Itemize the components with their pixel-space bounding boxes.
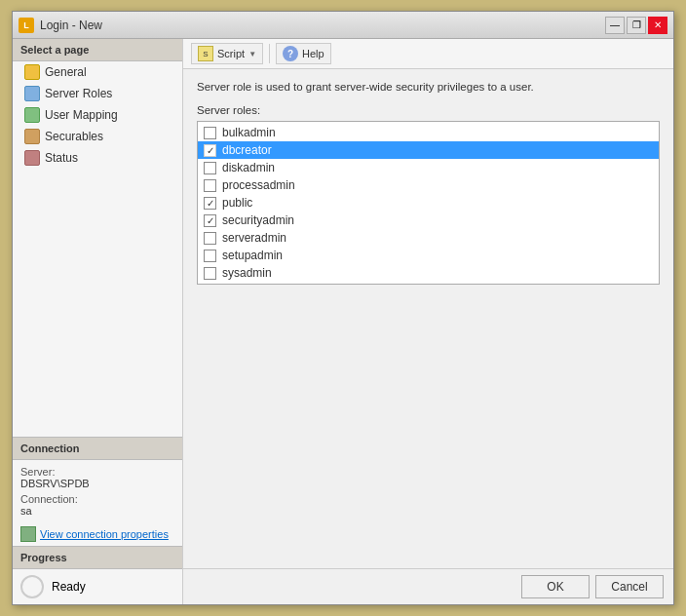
role-checkbox-serveradmin[interactable]	[204, 232, 216, 245]
help-label: Help	[302, 48, 324, 59]
connection-link-icon	[20, 526, 36, 542]
role-item-diskadmin[interactable]: diskadmin	[198, 159, 659, 176]
role-label-setupadmin: setupadmin	[222, 249, 283, 262]
restore-button[interactable]: ❐	[627, 17, 646, 34]
role-label-diskadmin: diskadmin	[222, 161, 275, 174]
progress-spinner	[20, 575, 44, 598]
role-item-sysadmin[interactable]: sysadmin	[198, 264, 659, 282]
user-mapping-icon	[24, 107, 40, 123]
sidebar-item-status[interactable]: Status	[13, 147, 182, 169]
role-label-serveradmin: serveradmin	[222, 231, 286, 245]
sidebar-item-label-general: General	[45, 65, 87, 79]
script-dropdown-arrow: ▼	[248, 50, 256, 58]
role-checkbox-public[interactable]: ✓	[204, 197, 216, 210]
connection-label: Connection:	[20, 493, 174, 505]
window-title: Login - New	[40, 19, 102, 32]
connection-info: Server: DBSRV\SPDB Connection: sa	[13, 460, 182, 522]
content-area: Select a page General Server Roles User …	[13, 39, 673, 604]
role-label-public: public	[222, 196, 252, 210]
role-label-bulkadmin: bulkadmin	[222, 126, 276, 139]
window-icon: L	[19, 18, 34, 33]
role-checkbox-setupadmin[interactable]	[204, 250, 216, 262]
connection-link-text: View connection properties	[40, 528, 169, 540]
sidebar: Select a page General Server Roles User …	[13, 39, 183, 604]
title-bar-left: L Login - New	[19, 18, 102, 33]
server-roles-label: Server roles:	[197, 104, 660, 116]
role-item-dbcreator[interactable]: ✓ dbcreator	[198, 141, 659, 159]
toolbar-separator	[269, 44, 270, 63]
script-icon: S	[198, 46, 213, 61]
role-item-serveradmin[interactable]: serveradmin	[198, 229, 659, 247]
sidebar-item-label-status: Status	[45, 151, 78, 165]
status-icon	[24, 150, 40, 166]
server-label: Server:	[20, 466, 174, 478]
sidebar-item-user-mapping[interactable]: User Mapping	[13, 104, 182, 126]
footer: OK Cancel	[183, 568, 673, 604]
role-label-processadmin: processadmin	[222, 178, 295, 192]
role-label-dbcreator: dbcreator	[222, 143, 272, 157]
general-icon	[24, 64, 40, 80]
help-icon: ?	[283, 46, 298, 61]
role-checkbox-diskadmin[interactable]	[204, 162, 216, 174]
sidebar-item-general[interactable]: General	[13, 61, 182, 83]
sidebar-item-label-user-mapping: User Mapping	[45, 108, 118, 122]
view-connection-properties-link[interactable]: View connection properties	[13, 522, 182, 546]
progress-status: Ready	[52, 580, 86, 594]
ok-button[interactable]: OK	[521, 575, 590, 598]
minimize-button[interactable]: —	[605, 17, 625, 34]
main-panel: S Script ▼ ? Help Server role is used to…	[183, 39, 673, 604]
role-item-bulkadmin[interactable]: bulkadmin	[198, 124, 659, 141]
main-body: Server role is used to grant server-wide…	[183, 69, 673, 568]
close-button[interactable]: ✕	[648, 17, 667, 34]
role-checkbox-securityadmin[interactable]: ✓	[204, 214, 216, 227]
connection-user-value: sa	[20, 505, 174, 517]
role-checkbox-processadmin[interactable]	[204, 179, 216, 192]
toolbar: S Script ▼ ? Help	[183, 39, 673, 69]
roles-list: bulkadmin ✓ dbcreator diskadmin	[197, 121, 660, 285]
server-value: DBSRV\SPDB	[20, 478, 174, 489]
section-description: Server role is used to grant server-wide…	[197, 81, 660, 93]
role-checkbox-bulkadmin[interactable]	[204, 127, 216, 139]
main-window: L Login - New — ❐ ✕ Select a page Genera…	[12, 11, 674, 605]
sidebar-item-server-roles[interactable]: Server Roles	[13, 83, 182, 104]
role-item-public[interactable]: ✓ public	[198, 194, 659, 212]
sidebar-item-securables[interactable]: Securables	[13, 126, 182, 147]
script-label: Script	[217, 48, 245, 59]
cancel-button[interactable]: Cancel	[595, 575, 664, 598]
script-button[interactable]: S Script ▼	[191, 43, 263, 64]
progress-header: Progress	[13, 546, 182, 569]
server-roles-icon	[24, 86, 40, 101]
progress-area: Ready	[13, 569, 182, 604]
role-item-processadmin[interactable]: processadmin	[198, 176, 659, 194]
securables-icon	[24, 129, 40, 144]
window-icon-label: L	[23, 20, 29, 30]
sidebar-header: Select a page	[13, 39, 182, 61]
title-controls: — ❐ ✕	[605, 17, 667, 34]
sidebar-item-label-securables: Securables	[45, 130, 103, 143]
role-label-securityadmin: securityadmin	[222, 213, 294, 227]
sidebar-item-label-server-roles: Server Roles	[45, 87, 112, 100]
connection-header: Connection	[13, 437, 182, 460]
role-checkbox-dbcreator[interactable]: ✓	[204, 144, 216, 157]
role-item-setupadmin[interactable]: setupadmin	[198, 247, 659, 264]
title-bar: L Login - New — ❐ ✕	[13, 12, 673, 39]
role-item-securityadmin[interactable]: ✓ securityadmin	[198, 212, 659, 229]
role-label-sysadmin: sysadmin	[222, 266, 272, 280]
help-button[interactable]: ? Help	[276, 43, 331, 64]
role-checkbox-sysadmin[interactable]	[204, 267, 216, 280]
